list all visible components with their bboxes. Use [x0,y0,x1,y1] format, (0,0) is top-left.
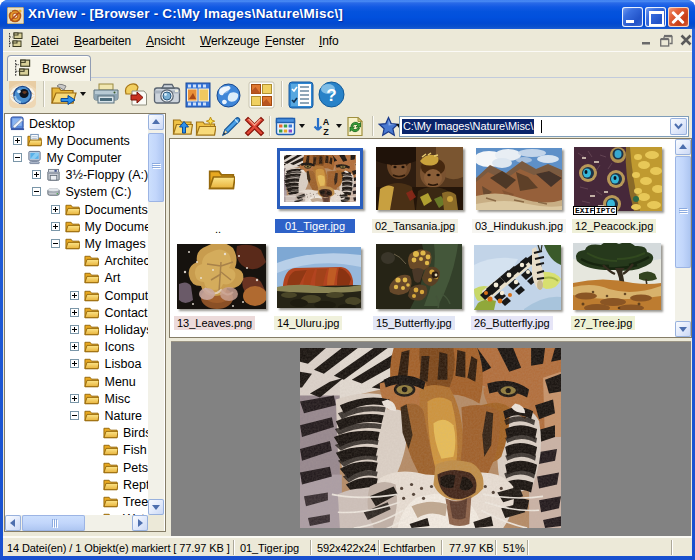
svg-text:?: ? [326,86,336,105]
svg-text:A: A [323,117,330,127]
svg-text:Z: Z [323,127,329,137]
